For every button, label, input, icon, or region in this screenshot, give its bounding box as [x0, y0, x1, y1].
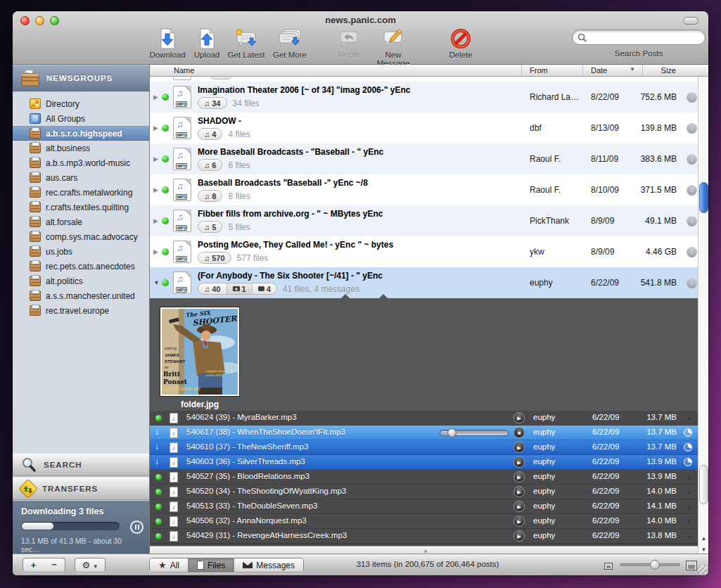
download-file-icon[interactable]: ↓	[688, 531, 692, 539]
download-post-button[interactable]: ↓	[687, 278, 697, 288]
file-row[interactable]: ↓ ♪ 540506 (32) - AnnaNorquest.mp3 ▶ ■ e…	[150, 514, 708, 529]
post-row[interactable]: ▶ ♫MP3 Posting McGee, They Called Me! - …	[150, 236, 708, 267]
disclosure-triangle-icon[interactable]: ▶	[153, 124, 158, 132]
sidebar-item[interactable]: rec.travel.europe	[13, 303, 149, 318]
disclosure-triangle-icon[interactable]: ▶	[153, 186, 158, 193]
disclosure-triangle-icon[interactable]: ▶	[153, 248, 158, 255]
resize-grip[interactable]	[698, 565, 707, 574]
sidebar-item[interactable]: All Groups	[13, 111, 149, 126]
disclosure-triangle-icon[interactable]: ▼	[153, 279, 160, 286]
download-progress-pie-icon	[684, 458, 692, 466]
remove-button[interactable]: −	[44, 558, 65, 573]
add-button[interactable]: +	[23, 558, 44, 573]
post-row[interactable]: ▶ ♫MP3 More Baseball Broadcasts - "Baseb…	[150, 143, 708, 174]
stop-button[interactable]: ■	[513, 427, 525, 438]
column-name[interactable]: Name	[174, 66, 194, 75]
play-button[interactable]: ▶	[513, 516, 525, 527]
transfers-section-header[interactable]: TRANSFERS	[13, 478, 149, 500]
attachment-thumbnail[interactable]: The SIX SHOOTER starring JAMES STEWART a	[160, 307, 240, 397]
file-row[interactable]: ↓ ♪ 540429 (31) - RevengeAtHarnessCreek.…	[150, 529, 708, 544]
sidebar-item[interactable]: alt.business	[13, 141, 149, 155]
download-post-button[interactable]: ↓	[687, 123, 697, 134]
get-latest-button[interactable]: Get Latest	[222, 27, 271, 63]
scrollbar-thumb-files[interactable]	[699, 465, 708, 504]
scroll-up-arrow[interactable]: ▲	[698, 533, 708, 544]
download-post-button[interactable]: ↓	[687, 154, 697, 165]
search-section-header[interactable]: SEARCH	[13, 454, 149, 476]
file-row[interactable]: ↓ ♪ 540527 (35) - BloodRelations.mp3 ▶ ■…	[150, 470, 708, 485]
file-from: euphy	[533, 442, 555, 451]
file-row[interactable]: ↓ ♪ 540610 (37) - TheNewSheriff.mp3 ▶ ■ …	[150, 440, 708, 455]
file-row[interactable]: ↓ ♪ 540513 (33) - TheDoubleSeven.mp3 ▶ ■…	[150, 499, 708, 514]
thumbnail-size-slider[interactable]	[620, 563, 680, 566]
play-button[interactable]: ▶	[513, 530, 525, 542]
play-button[interactable]: ▶	[513, 442, 525, 453]
chevron-down-icon: ▼	[93, 563, 98, 570]
sidebar-item[interactable]: r.crafts.textiles.quilting	[13, 200, 149, 215]
pause-transfers-button[interactable]	[130, 520, 143, 534]
download-post-button[interactable]: ↓	[687, 247, 697, 257]
slider-knob[interactable]	[650, 560, 660, 570]
sidebar-item[interactable]: alt.forsale	[13, 215, 149, 229]
download-file-icon[interactable]: ↓	[688, 413, 692, 421]
sidebar-item[interactable]: a.b.s.mp3.world-music	[13, 155, 149, 170]
sidebar-item[interactable]: us.jobs	[13, 244, 149, 259]
get-more-button[interactable]: Get More	[265, 27, 314, 63]
disclosure-triangle-icon[interactable]: ▶	[153, 94, 158, 101]
download-post-button[interactable]: ↓	[687, 92, 697, 103]
new-message-button[interactable]: New Message	[369, 27, 418, 63]
newsgroup-icon	[30, 231, 41, 242]
column-size[interactable]: Size	[661, 66, 676, 75]
segment-messages[interactable]: Messages	[234, 558, 303, 572]
window-chrome: news.panic.com Download Upload Get Lates…	[13, 11, 708, 65]
post-row[interactable]: ▶ ♫MP3 Fibber fills from archive.org - "…	[150, 205, 708, 236]
file-row[interactable]: ↓ ♪ 540624 (39) - MyraBarker.mp3 ▶ ■ eup…	[150, 411, 708, 426]
sidebar-item[interactable]: rec.crafts.metalworking	[13, 185, 149, 200]
file-row[interactable]: ↓ ♪ 540617 (38) - WhenTheShoeDoesn'tFit.…	[150, 426, 708, 440]
download-file-icon[interactable]: ↓	[688, 472, 692, 480]
download-post-button[interactable]: ↓	[687, 216, 697, 226]
file-row[interactable]: ↓ ♪ 540603 (36) - SilverThreads.mp3 ▶ ■ …	[150, 455, 708, 470]
sidebar-item[interactable]: alt.politics	[13, 274, 149, 288]
search-input[interactable]	[572, 30, 706, 45]
post-row[interactable]: ▶ ♫MP3 SHADOW - ♫4 4 files dbf 8/13/09 1…	[150, 113, 708, 143]
playback-slider[interactable]	[440, 430, 509, 436]
post-size: 139.8 MB	[641, 123, 677, 133]
play-button[interactable]: ▶	[513, 471, 525, 482]
audio-file-icon: ♪	[170, 428, 178, 438]
toolbar-toggle-button[interactable]	[683, 17, 698, 25]
delete-button[interactable]: Delete	[436, 27, 485, 63]
file-row[interactable]: ↓ ♪ 540520 (34) - TheShootingOfWyattKing…	[150, 485, 708, 499]
download-file-icon[interactable]: ↓	[688, 487, 692, 495]
column-from[interactable]: From	[530, 66, 548, 75]
disclosure-triangle-icon[interactable]: ▶	[153, 217, 158, 224]
action-menu-button[interactable]: ⚙ ▼	[75, 558, 106, 573]
sidebar-item[interactable]: comp.sys.mac.advocacy	[13, 229, 149, 244]
post-row[interactable]: ▶ ♫MP3 Baseball Broadcasts "Baseball -" …	[150, 174, 708, 205]
sidebar-item[interactable]: a.s.s.manchester.united	[13, 288, 149, 303]
post-size: 49.1 MB	[645, 216, 677, 226]
reply-button[interactable]: Reply	[324, 27, 374, 63]
segment-all[interactable]: ★ All	[150, 558, 188, 572]
column-date[interactable]: Date	[591, 66, 607, 75]
search-posts: Search Posts	[572, 30, 706, 58]
download-file-icon[interactable]: ↓	[688, 516, 692, 525]
download-post-button[interactable]: ↓	[687, 185, 697, 196]
file-date: 6/22/09	[592, 501, 619, 510]
segment-files[interactable]: Files	[188, 558, 234, 572]
disclosure-triangle-icon[interactable]: ▶	[153, 155, 158, 162]
play-button[interactable]: ▶	[513, 486, 525, 497]
play-button[interactable]: ▶	[513, 501, 525, 512]
post-row[interactable]: ▼ ♫MP3 (For Anybody - The Six Shooter [~…	[150, 267, 708, 298]
sidebar-item-label: r.crafts.textiles.quilting	[46, 203, 129, 212]
download-file-icon[interactable]: ↓	[688, 501, 692, 510]
sidebar-item[interactable]: Directory	[13, 96, 149, 111]
sidebar-item[interactable]: aus.cars	[13, 170, 149, 185]
play-button[interactable]: ▶	[513, 456, 525, 468]
vertical-scrollbar[interactable]: ▲ ▼	[698, 77, 708, 556]
play-button[interactable]: ▶	[513, 412, 525, 423]
post-row[interactable]: ▶ ♫MP3 Imagination Theater 2006 [~ of 34…	[150, 82, 708, 113]
sidebar-item[interactable]: a.b.s.r.o.highspeed	[13, 126, 149, 141]
scrollbar-thumb-main[interactable]	[699, 182, 708, 213]
sidebar-item[interactable]: rec.pets.cats.anecdotes	[13, 259, 149, 274]
